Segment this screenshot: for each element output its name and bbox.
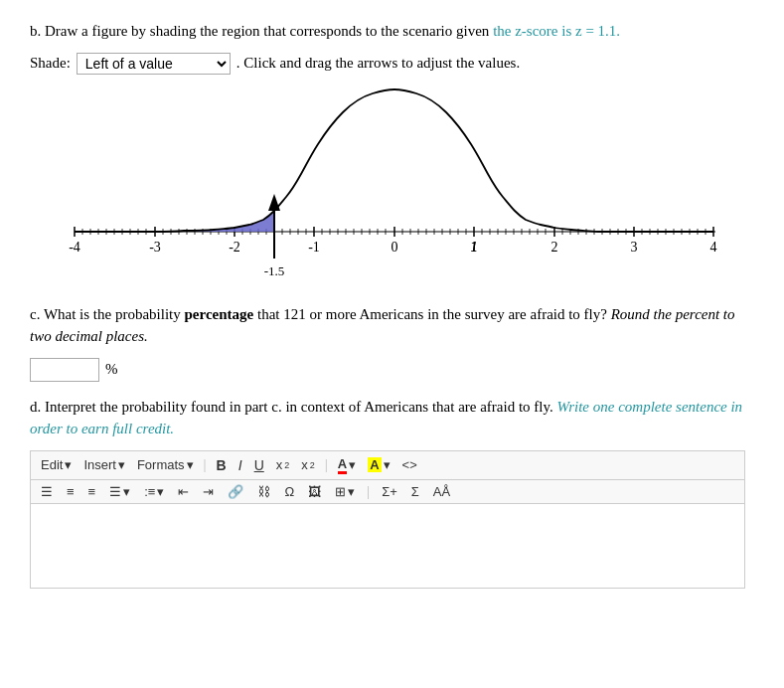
section-c-label: c. What is the probability percentage th… xyxy=(30,303,754,348)
section-c-text-start: c. What is the probability xyxy=(30,306,185,322)
section-d: d. Interpret the probability found in pa… xyxy=(30,396,754,589)
special-char-button[interactable]: Ω xyxy=(280,483,298,500)
indent-increase-button[interactable]: ⇥ xyxy=(199,483,218,500)
toolbar-row2-sep: | xyxy=(367,483,370,500)
numbered-icon: :≡ xyxy=(144,484,155,499)
edit-menu-button[interactable]: Edit ▾ xyxy=(37,456,76,473)
editor-textarea[interactable] xyxy=(31,504,744,584)
click-drag-label: . Click and drag the arrows to adjust th… xyxy=(236,55,520,72)
svg-marker-95 xyxy=(268,194,280,211)
unlink-button[interactable]: ⛓ xyxy=(253,483,274,500)
numbered-arrow: ▾ xyxy=(157,484,164,499)
align-center-button[interactable]: ≡ xyxy=(63,483,78,500)
bullet-arrow: ▾ xyxy=(123,484,130,499)
highlight-a: A xyxy=(368,457,381,472)
highlight-arrow: ▾ xyxy=(384,457,391,472)
subscript-button[interactable]: x2 xyxy=(272,456,294,473)
percent-symbol: % xyxy=(105,361,118,378)
formats-label: Formats xyxy=(137,457,185,472)
font-color-arrow: ▾ xyxy=(349,457,356,472)
shade-select[interactable]: Left of a value Right of a value Between… xyxy=(77,53,231,75)
bold-button[interactable]: B xyxy=(213,456,231,474)
svg-text:2: 2 xyxy=(550,240,557,255)
link-button[interactable]: 🔗 xyxy=(224,483,247,500)
shade-row: Shade: Left of a value Right of a value … xyxy=(30,53,754,75)
editor-toolbar-row1: Edit ▾ Insert ▾ Formats ▾ | B I U x2 x2 … xyxy=(31,451,744,480)
section-c: c. What is the probability percentage th… xyxy=(30,303,754,382)
shade-label: Shade: xyxy=(30,55,71,72)
sigma-button[interactable]: Σ xyxy=(407,483,423,500)
spell-check-button[interactable]: AÅ xyxy=(429,483,454,500)
formats-dropdown-arrow: ▾ xyxy=(187,457,194,472)
toolbar-sep-2: | xyxy=(325,456,328,473)
italic-button[interactable]: I xyxy=(235,456,246,474)
underline-button[interactable]: U xyxy=(250,456,268,474)
rich-text-editor: Edit ▾ Insert ▾ Formats ▾ | B I U x2 x2 … xyxy=(30,450,745,589)
svg-text:1: 1 xyxy=(470,240,477,255)
numbered-list-button[interactable]: :≡ ▾ xyxy=(140,483,168,500)
section-c-text-bold: percentage xyxy=(185,306,254,322)
indent-decrease-button[interactable]: ⇤ xyxy=(174,483,193,500)
section-c-text-mid: that 121 or more Americans in the survey… xyxy=(253,306,610,322)
superscript-button[interactable]: x2 xyxy=(297,456,319,473)
svg-text:-2: -2 xyxy=(229,240,240,255)
svg-rect-93 xyxy=(55,85,274,283)
percent-input[interactable] xyxy=(30,358,99,382)
svg-text:-1: -1 xyxy=(308,240,320,255)
highlight-button[interactable]: A ▾ xyxy=(364,456,393,473)
formats-menu-button[interactable]: Formats ▾ xyxy=(133,456,198,473)
insert-dropdown-arrow: ▾ xyxy=(118,457,125,472)
section-d-label: d. Interpret the probability found in pa… xyxy=(30,396,754,440)
section-b-highlight: the z-score is z = 1.1. xyxy=(493,23,620,39)
svg-text:-3: -3 xyxy=(149,240,161,255)
align-right-button[interactable]: ≡ xyxy=(84,483,100,500)
percent-row: % xyxy=(30,358,754,382)
edit-dropdown-arrow: ▾ xyxy=(65,457,72,472)
insert-menu-button[interactable]: Insert ▾ xyxy=(79,456,129,473)
table-arrow: ▾ xyxy=(348,484,355,499)
insert-label: Insert xyxy=(83,457,116,472)
align-left-button[interactable]: ☰ xyxy=(37,483,57,500)
section-b: b. Draw a figure by shading the region t… xyxy=(30,20,754,283)
sigma-plus-button[interactable]: Σ+ xyxy=(378,483,401,500)
table-icon: ⊞ xyxy=(335,484,346,499)
svg-text:4: 4 xyxy=(709,240,716,255)
normal-curve-graph: -4 -3 -2 -1 0 1 1 2 3 4 1 xyxy=(55,85,730,283)
svg-text:0: 0 xyxy=(391,240,397,255)
svg-text:-1.5: -1.5 xyxy=(263,263,284,278)
font-color-button[interactable]: A ▾ xyxy=(334,455,360,475)
bullet-icon: ☰ xyxy=(109,484,121,499)
section-d-text-start: d. Interpret the probability found in pa… xyxy=(30,399,557,415)
code-button[interactable]: <> xyxy=(398,456,421,473)
bullet-list-button[interactable]: ☰ ▾ xyxy=(105,483,134,500)
section-b-text: b. Draw a figure by shading the region t… xyxy=(30,23,493,39)
svg-text:3: 3 xyxy=(630,240,637,255)
font-color-a: A xyxy=(338,456,347,474)
edit-label: Edit xyxy=(41,457,63,472)
section-b-label: b. Draw a figure by shading the region t… xyxy=(30,20,754,43)
image-button[interactable]: 🖼 xyxy=(304,483,325,500)
table-button[interactable]: ⊞ ▾ xyxy=(331,483,359,500)
toolbar-sep-1: | xyxy=(204,456,207,473)
editor-toolbar-row2: ☰ ≡ ≡ ☰ ▾ :≡ ▾ ⇤ ⇥ 🔗 ⛓ Ω 🖼 ⊞ ▾ | Σ+ Σ xyxy=(31,480,744,504)
svg-text:-4: -4 xyxy=(69,240,80,255)
